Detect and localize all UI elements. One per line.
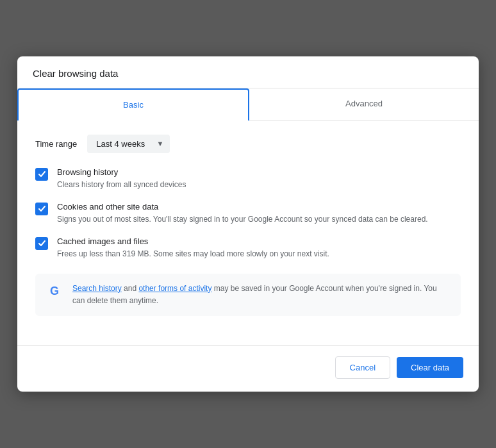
tab-basic[interactable]: Basic [17,88,249,120]
cookies-checkbox[interactable] [35,203,48,215]
tab-bar: Basic Advanced [17,88,479,120]
cookies-item: Cookies and other site data Signs you ou… [35,202,461,225]
cookies-desc: Signs you out of most sites. You'll stay… [57,213,428,225]
browsing-history-item: Browsing history Clears history from all… [35,167,461,190]
cached-item: Cached images and files Frees up less th… [35,236,461,260]
browsing-history-desc: Clears history from all synced devices [57,179,186,190]
notice-text: Search history and other forms of activi… [72,283,451,307]
other-activity-link[interactable]: other forms of activity [138,284,211,293]
browsing-history-text: Browsing history Clears history from all… [57,167,186,190]
tab-advanced[interactable]: Advanced [249,88,479,120]
search-history-link[interactable]: Search history [72,284,122,293]
google-notice-box: G Search history and other forms of acti… [35,274,461,316]
cached-title: Cached images and files [57,236,329,246]
clear-data-button[interactable]: Clear data [397,357,463,378]
footer-divider [17,345,479,346]
dialog-title: Clear browsing data [17,56,479,88]
google-g-icon: G [45,283,63,301]
time-range-select[interactable]: Last hour Last 24 hours Last 7 days Last… [87,135,170,153]
browsing-history-title: Browsing history [57,167,186,177]
checkbox-list: Browsing history Clears history from all… [35,167,461,260]
clear-browsing-data-dialog: Clear browsing data Basic Advanced Time … [17,56,479,392]
time-range-select-wrapper: Last hour Last 24 hours Last 7 days Last… [87,135,170,153]
dialog-content: Time range Last hour Last 24 hours Last … [17,120,479,345]
time-range-row: Time range Last hour Last 24 hours Last … [35,135,461,153]
notice-text-mid: and [122,284,139,293]
cookies-text: Cookies and other site data Signs you ou… [57,202,428,225]
browsing-history-checkbox[interactable] [35,168,48,181]
cancel-button[interactable]: Cancel [335,356,390,379]
cached-checkbox[interactable] [35,237,48,250]
time-range-label: Time range [35,139,77,149]
cached-desc: Frees up less than 319 MB. Some sites ma… [57,248,329,260]
cookies-title: Cookies and other site data [57,202,428,212]
dialog-footer: Cancel Clear data [17,350,479,392]
cached-text: Cached images and files Frees up less th… [57,236,329,260]
